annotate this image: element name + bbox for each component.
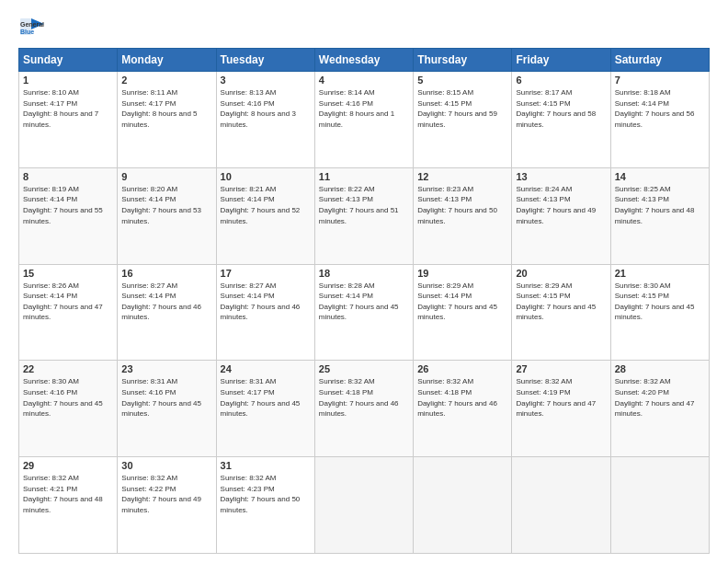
page: General Blue SundayMondayTuesdayWednesda…	[0, 0, 728, 563]
calendar-week-row: 29Sunrise: 8:32 AMSunset: 4:21 PMDayligh…	[19, 457, 710, 554]
calendar-cell: 28Sunrise: 8:32 AMSunset: 4:20 PMDayligh…	[610, 361, 709, 457]
day-number: 18	[319, 268, 409, 279]
day-info: Sunrise: 8:29 AMSunset: 4:14 PMDaylight:…	[417, 281, 507, 323]
day-info: Sunrise: 8:32 AMSunset: 4:23 PMDaylight:…	[221, 473, 311, 515]
day-info: Sunrise: 8:10 AMSunset: 4:17 PMDaylight:…	[23, 87, 113, 130]
day-info: Sunrise: 8:28 AMSunset: 4:14 PMDaylight:…	[319, 281, 409, 323]
calendar-cell: 11Sunrise: 8:22 AMSunset: 4:13 PMDayligh…	[314, 167, 413, 264]
calendar-week-row: 15Sunrise: 8:26 AMSunset: 4:14 PMDayligh…	[19, 264, 710, 361]
day-info: Sunrise: 8:32 AMSunset: 4:19 PMDaylight:…	[516, 376, 606, 419]
day-info: Sunrise: 8:32 AMSunset: 4:22 PMDaylight:…	[121, 473, 211, 515]
day-number: 24	[221, 363, 311, 374]
calendar-cell: 12Sunrise: 8:23 AMSunset: 4:13 PMDayligh…	[414, 167, 512, 264]
day-info: Sunrise: 8:30 AMSunset: 4:15 PMDaylight:…	[615, 281, 705, 323]
day-info: Sunrise: 8:11 AMSunset: 4:17 PMDaylight:…	[121, 87, 211, 130]
day-info: Sunrise: 8:32 AMSunset: 4:18 PMDaylight:…	[319, 376, 409, 419]
day-info: Sunrise: 8:27 AMSunset: 4:14 PMDaylight:…	[121, 281, 211, 323]
day-number: 10	[221, 171, 311, 182]
day-info: Sunrise: 8:32 AMSunset: 4:18 PMDaylight:…	[417, 376, 507, 419]
calendar-cell: 4Sunrise: 8:14 AMSunset: 4:16 PMDaylight…	[314, 72, 413, 168]
day-info: Sunrise: 8:29 AMSunset: 4:15 PMDaylight:…	[516, 281, 606, 323]
day-number: 4	[319, 75, 409, 86]
day-info: Sunrise: 8:31 AMSunset: 4:17 PMDaylight:…	[221, 376, 311, 419]
calendar-cell: 16Sunrise: 8:27 AMSunset: 4:14 PMDayligh…	[118, 264, 216, 361]
calendar-cell	[512, 457, 610, 554]
calendar-cell: 23Sunrise: 8:31 AMSunset: 4:16 PMDayligh…	[118, 361, 216, 457]
calendar-cell: 14Sunrise: 8:25 AMSunset: 4:13 PMDayligh…	[610, 167, 709, 264]
calendar-header-monday: Monday	[118, 49, 216, 72]
calendar-cell: 2Sunrise: 8:11 AMSunset: 4:17 PMDaylight…	[118, 72, 216, 168]
day-number: 20	[516, 268, 606, 279]
day-number: 11	[319, 171, 409, 182]
calendar-header-wednesday: Wednesday	[314, 49, 413, 72]
day-info: Sunrise: 8:13 AMSunset: 4:16 PMDaylight:…	[221, 87, 311, 130]
day-number: 30	[121, 460, 211, 471]
day-number: 14	[615, 171, 705, 182]
svg-text:Blue: Blue	[20, 29, 34, 35]
calendar-cell: 21Sunrise: 8:30 AMSunset: 4:15 PMDayligh…	[610, 264, 709, 361]
day-info: Sunrise: 8:23 AMSunset: 4:13 PMDaylight:…	[417, 184, 507, 226]
day-info: Sunrise: 8:17 AMSunset: 4:15 PMDaylight:…	[516, 87, 606, 130]
calendar-cell: 13Sunrise: 8:24 AMSunset: 4:13 PMDayligh…	[512, 167, 610, 264]
day-number: 29	[23, 460, 113, 471]
day-info: Sunrise: 8:19 AMSunset: 4:14 PMDaylight:…	[23, 184, 113, 226]
calendar-cell: 7Sunrise: 8:18 AMSunset: 4:14 PMDaylight…	[610, 72, 709, 168]
calendar-cell: 31Sunrise: 8:32 AMSunset: 4:23 PMDayligh…	[216, 457, 314, 554]
calendar-cell	[414, 457, 512, 554]
calendar-cell	[610, 457, 709, 554]
calendar-cell: 6Sunrise: 8:17 AMSunset: 4:15 PMDaylight…	[512, 72, 610, 168]
calendar-cell: 17Sunrise: 8:27 AMSunset: 4:14 PMDayligh…	[216, 264, 314, 361]
day-number: 21	[615, 268, 705, 279]
day-number: 5	[417, 75, 507, 86]
calendar-header-row: SundayMondayTuesdayWednesdayThursdayFrid…	[19, 49, 710, 72]
day-info: Sunrise: 8:21 AMSunset: 4:14 PMDaylight:…	[221, 184, 311, 226]
day-number: 2	[121, 75, 211, 86]
calendar-cell: 1Sunrise: 8:10 AMSunset: 4:17 PMDaylight…	[19, 72, 118, 168]
calendar-header-thursday: Thursday	[414, 49, 512, 72]
calendar-cell: 24Sunrise: 8:31 AMSunset: 4:17 PMDayligh…	[216, 361, 314, 457]
day-info: Sunrise: 8:18 AMSunset: 4:14 PMDaylight:…	[615, 87, 705, 130]
day-number: 28	[615, 363, 705, 374]
day-info: Sunrise: 8:25 AMSunset: 4:13 PMDaylight:…	[615, 184, 705, 226]
day-number: 7	[615, 75, 705, 86]
day-info: Sunrise: 8:15 AMSunset: 4:15 PMDaylight:…	[417, 87, 507, 130]
calendar-week-row: 8Sunrise: 8:19 AMSunset: 4:14 PMDaylight…	[19, 167, 710, 264]
day-number: 19	[417, 268, 507, 279]
day-info: Sunrise: 8:24 AMSunset: 4:13 PMDaylight:…	[516, 184, 606, 226]
day-number: 25	[319, 363, 409, 374]
day-number: 6	[516, 75, 606, 86]
calendar-cell: 30Sunrise: 8:32 AMSunset: 4:22 PMDayligh…	[118, 457, 216, 554]
day-info: Sunrise: 8:22 AMSunset: 4:13 PMDaylight:…	[319, 184, 409, 226]
day-number: 8	[23, 171, 113, 182]
calendar-week-row: 22Sunrise: 8:30 AMSunset: 4:16 PMDayligh…	[19, 361, 710, 457]
day-info: Sunrise: 8:31 AMSunset: 4:16 PMDaylight:…	[121, 376, 211, 419]
calendar-cell: 26Sunrise: 8:32 AMSunset: 4:18 PMDayligh…	[414, 361, 512, 457]
calendar-cell: 3Sunrise: 8:13 AMSunset: 4:16 PMDaylight…	[216, 72, 314, 168]
day-info: Sunrise: 8:32 AMSunset: 4:21 PMDaylight:…	[23, 473, 113, 515]
calendar-cell	[314, 457, 413, 554]
calendar-header-sunday: Sunday	[19, 49, 118, 72]
day-number: 27	[516, 363, 606, 374]
header: General Blue	[18, 17, 710, 39]
day-number: 17	[221, 268, 311, 279]
calendar-cell: 5Sunrise: 8:15 AMSunset: 4:15 PMDaylight…	[414, 72, 512, 168]
calendar-cell: 8Sunrise: 8:19 AMSunset: 4:14 PMDaylight…	[19, 167, 118, 264]
logo-icon: General Blue	[18, 17, 46, 39]
calendar-header-tuesday: Tuesday	[216, 49, 314, 72]
day-number: 22	[23, 363, 113, 374]
calendar-cell: 15Sunrise: 8:26 AMSunset: 4:14 PMDayligh…	[19, 264, 118, 361]
calendar-header-friday: Friday	[512, 49, 610, 72]
day-number: 1	[23, 75, 113, 86]
calendar-cell: 9Sunrise: 8:20 AMSunset: 4:14 PMDaylight…	[118, 167, 216, 264]
day-number: 12	[417, 171, 507, 182]
day-number: 15	[23, 268, 113, 279]
calendar-cell: 20Sunrise: 8:29 AMSunset: 4:15 PMDayligh…	[512, 264, 610, 361]
calendar-cell: 10Sunrise: 8:21 AMSunset: 4:14 PMDayligh…	[216, 167, 314, 264]
day-number: 3	[221, 75, 311, 86]
day-info: Sunrise: 8:32 AMSunset: 4:20 PMDaylight:…	[615, 376, 705, 419]
day-info: Sunrise: 8:14 AMSunset: 4:16 PMDaylight:…	[319, 87, 409, 130]
calendar-header-saturday: Saturday	[610, 49, 709, 72]
calendar-cell: 19Sunrise: 8:29 AMSunset: 4:14 PMDayligh…	[414, 264, 512, 361]
svg-text:General: General	[20, 21, 44, 28]
day-info: Sunrise: 8:27 AMSunset: 4:14 PMDaylight:…	[221, 281, 311, 323]
